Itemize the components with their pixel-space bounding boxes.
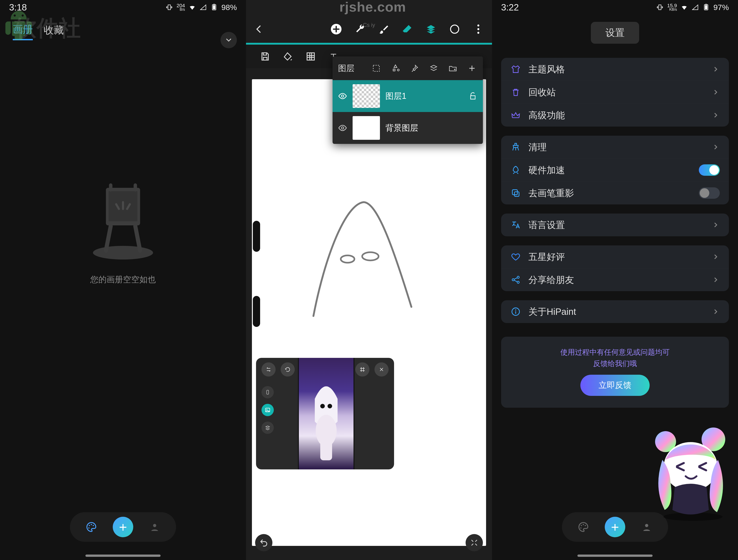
- layers-icon: [425, 24, 436, 35]
- svg-point-39: [515, 310, 516, 311]
- toggle-brush-ghost[interactable]: [699, 187, 720, 199]
- new-button[interactable]: +: [113, 517, 133, 537]
- bucket-button[interactable]: [282, 50, 294, 63]
- gesture-handle[interactable]: [85, 555, 160, 557]
- empty-easel-icon: [89, 177, 157, 259]
- row-about[interactable]: 关于HiPaint: [501, 300, 729, 323]
- color-button[interactable]: [448, 23, 461, 35]
- chevron-right-icon: [712, 276, 720, 284]
- layer-merge-button[interactable]: [428, 63, 439, 74]
- settings-group-5: 关于HiPaint: [501, 300, 729, 323]
- row-brush-ghost: 去画笔重影: [501, 181, 729, 204]
- layer-group-button[interactable]: [447, 63, 458, 74]
- tab-album[interactable]: 画册: [13, 23, 33, 40]
- side-slider-top[interactable]: [253, 221, 260, 252]
- svg-rect-32: [705, 5, 708, 10]
- chevron-down-icon: [225, 36, 233, 44]
- toggle-hw-accel[interactable]: [699, 164, 720, 176]
- svg-point-16: [477, 28, 479, 30]
- settings-group-2: 清理 硬件加速 去画笔重影: [501, 136, 729, 204]
- layer-shape-button[interactable]: [390, 63, 401, 74]
- visibility-icon[interactable]: [338, 123, 347, 132]
- eraser-button[interactable]: [401, 23, 414, 35]
- layers-panel-title: 图层: [338, 63, 363, 74]
- menu-button[interactable]: [472, 23, 485, 35]
- row-premium[interactable]: 高级功能: [501, 104, 729, 126]
- back-button[interactable]: [253, 24, 264, 35]
- battery-icon: [702, 4, 710, 11]
- feedback-button[interactable]: 立即反馈: [581, 375, 650, 396]
- row-trash[interactable]: 回收站: [501, 81, 729, 104]
- svg-point-46: [585, 525, 586, 526]
- dropdown-button[interactable]: [221, 32, 237, 48]
- gesture-handle[interactable]: [578, 555, 653, 557]
- svg-point-47: [581, 527, 582, 529]
- fullscreen-button[interactable]: [465, 534, 483, 551]
- palette-button[interactable]: [575, 518, 592, 536]
- settings-group-4: 五星好评 分享给朋友: [501, 245, 729, 291]
- layer-row-1[interactable]: 图层1: [333, 80, 483, 112]
- row-language[interactable]: 语言设置: [501, 213, 729, 236]
- svg-point-29: [328, 404, 332, 408]
- palette-button[interactable]: [83, 518, 100, 536]
- status-net-speed: 204B/s: [176, 3, 185, 11]
- svg-point-10: [93, 525, 94, 526]
- wifi-icon: [189, 4, 196, 11]
- grid-button[interactable]: [304, 50, 317, 63]
- mascot-illustration: [641, 426, 736, 521]
- svg-point-18: [341, 255, 354, 263]
- row-theme[interactable]: 主题风格: [501, 58, 729, 81]
- row-label: 五星好评: [528, 250, 704, 263]
- status-net-speed: 15.9KB/s: [667, 3, 677, 11]
- row-label: 清理: [528, 141, 704, 153]
- visibility-icon[interactable]: [338, 91, 347, 101]
- ref-mode-a[interactable]: [262, 386, 274, 398]
- row-clean[interactable]: 清理: [501, 136, 729, 158]
- canvas[interactable]: [252, 79, 486, 546]
- ref-grid-button[interactable]: [355, 363, 369, 377]
- ref-close-button[interactable]: [374, 363, 389, 377]
- rotate-icon: [284, 366, 291, 373]
- brush-button[interactable]: [377, 23, 390, 35]
- layer-name: 图层1: [385, 91, 463, 102]
- status-time: 3:22: [501, 2, 519, 13]
- svg-rect-4: [213, 5, 216, 10]
- ref-mode-c[interactable]: [262, 422, 274, 434]
- feedback-text: 使用过程中有任何意见或问题均可反馈给我们哦: [560, 347, 670, 369]
- empty-message: 您的画册空空如也: [90, 274, 156, 285]
- row-share[interactable]: 分享给朋友: [501, 268, 729, 291]
- new-button[interactable]: +: [605, 517, 625, 537]
- ref-mode-b[interactable]: [262, 404, 274, 416]
- layer-pin-button[interactable]: [409, 63, 420, 74]
- vibrate-icon: [656, 4, 664, 11]
- reference-panel[interactable]: [256, 358, 394, 469]
- undo-button[interactable]: [255, 534, 273, 551]
- svg-point-8: [89, 525, 90, 526]
- layer-add-button[interactable]: [466, 63, 477, 74]
- rocket-icon: [511, 165, 521, 175]
- layer-row-bg[interactable]: 背景图层: [333, 112, 483, 144]
- chevron-right-icon: [712, 221, 720, 229]
- settings-title: 设置: [591, 22, 639, 44]
- reference-image: [298, 358, 354, 469]
- signal-icon: [200, 4, 207, 11]
- save-button[interactable]: [259, 50, 272, 63]
- add-button[interactable]: [330, 23, 343, 35]
- ref-swap-button[interactable]: [262, 363, 276, 377]
- svg-point-9: [91, 524, 92, 525]
- ref-rotate-button[interactable]: [281, 363, 295, 377]
- layers-button[interactable]: [425, 23, 437, 35]
- chevron-right-icon: [712, 65, 720, 73]
- pin-icon: [410, 64, 419, 73]
- unlock-icon[interactable]: [468, 91, 477, 101]
- layer-select-button[interactable]: [371, 63, 382, 74]
- side-slider-bottom[interactable]: [253, 296, 260, 327]
- svg-point-14: [450, 25, 459, 33]
- tab-favorites[interactable]: 收藏: [44, 23, 64, 40]
- status-bar: 3:18 204B/s 98%: [0, 0, 246, 15]
- chevron-right-icon: [712, 308, 720, 316]
- profile-button[interactable]: [146, 518, 163, 536]
- translate-icon: [511, 220, 521, 230]
- svg-point-21: [341, 95, 344, 97]
- row-rate[interactable]: 五星好评: [501, 245, 729, 268]
